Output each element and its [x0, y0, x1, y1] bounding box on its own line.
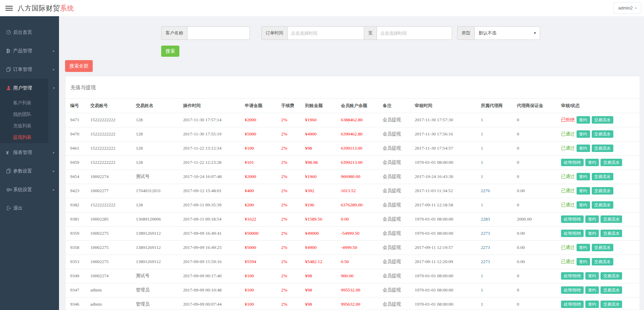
- action-button[interactable]: 交易流水: [592, 244, 613, 251]
- time-to-input[interactable]: [377, 26, 452, 40]
- sidebar-subitem[interactable]: 客户列表: [0, 97, 59, 109]
- cell-receive-amount: ¥1960: [305, 170, 341, 184]
- action-button[interactable]: 签约: [577, 201, 590, 209]
- action-button[interactable]: 交易流水: [592, 201, 613, 209]
- sidebar-item-params[interactable]: 参数设置▸: [0, 162, 59, 180]
- sidebar-subitem[interactable]: 提现列表: [0, 132, 59, 143]
- action-button[interactable]: 签约: [585, 230, 599, 237]
- action-button[interactable]: 签约: [577, 258, 590, 265]
- cell-agent[interactable]: 2273: [481, 255, 517, 269]
- cell-agent: 1: [481, 198, 517, 212]
- action-button[interactable]: 签约: [577, 187, 590, 195]
- sidebar-item-yen[interactable]: ¥报表管理▸: [0, 143, 59, 162]
- action-button[interactable]: 交易流水: [601, 301, 622, 308]
- cell-agent[interactable]: 1: [481, 155, 517, 170]
- chevron-right-icon: ▸: [53, 169, 55, 173]
- action-button[interactable]: 交易流水: [601, 230, 622, 237]
- sidebar-section: ¥报表管理▸: [0, 143, 59, 162]
- search-button[interactable]: 搜索: [161, 46, 179, 57]
- cell-agent[interactable]: 2273: [481, 240, 517, 255]
- cell-receive-amount: ¥4900: [305, 240, 341, 255]
- cell-remark: 会员提现: [383, 184, 415, 198]
- sidebar-item-bitcoin[interactable]: ₿产品管理▸: [0, 42, 59, 60]
- cell-op-time: 2017-11-22 12:23:28: [183, 155, 245, 170]
- cell-receive-amount: ¥392: [305, 184, 341, 198]
- cell-account: 15222222222: [90, 198, 136, 212]
- user-menu[interactable]: admin2 ▾: [614, 2, 641, 14]
- cell-agent[interactable]: 1: [481, 283, 517, 297]
- search-all-button[interactable]: 搜索全部: [65, 60, 93, 72]
- app-title: 八方国际财贸系统: [18, 4, 74, 13]
- cell-agent[interactable]: 1: [481, 269, 517, 283]
- action-button[interactable]: 交易流水: [592, 173, 613, 180]
- cell-remark: 会员提现: [383, 283, 415, 297]
- cell-agent[interactable]: 2283: [481, 212, 517, 226]
- sidebar-section: 后台首页: [0, 23, 59, 42]
- action-button[interactable]: 处理/拒绝: [561, 272, 584, 280]
- action-button[interactable]: 交易流水: [601, 286, 622, 294]
- action-button[interactable]: 处理/拒绝: [561, 286, 584, 294]
- cell-status: 已通过签约交易流水: [561, 198, 640, 212]
- status-badge: 已通过: [561, 202, 575, 207]
- action-button[interactable]: 交易流水: [601, 159, 622, 166]
- action-button[interactable]: 签约: [585, 159, 599, 166]
- hamburger-menu-icon[interactable]: [5, 5, 13, 12]
- cell-op-time: 2017-11-30 17:55:19: [183, 127, 245, 141]
- yen-icon: ¥: [6, 150, 13, 155]
- chevron-right-icon: ▸: [53, 151, 55, 154]
- sidebar-item-logout[interactable]: 退出: [0, 199, 59, 217]
- action-button[interactable]: 交易流水: [601, 215, 622, 223]
- sidebar-item-users[interactable]: 用户管理▾: [0, 79, 59, 97]
- sidebar-subitem[interactable]: 我的团队: [0, 109, 59, 120]
- action-button[interactable]: 签约: [577, 145, 590, 152]
- action-button[interactable]: 处理/拒绝: [561, 301, 584, 308]
- action-button[interactable]: 处理/拒绝: [561, 230, 584, 237]
- action-button[interactable]: 签约: [577, 173, 590, 180]
- sidebar-item-label: 退出: [13, 205, 23, 211]
- action-button[interactable]: 处理/拒绝: [561, 215, 584, 223]
- action-button[interactable]: 交易流水: [592, 258, 613, 265]
- sidebar-item-dashboard[interactable]: 后台首页: [0, 23, 59, 42]
- customer-name-input[interactable]: [187, 26, 250, 40]
- cell-name: 13891269112: [136, 226, 183, 240]
- action-button[interactable]: 交易流水: [592, 187, 613, 195]
- cell-receive-amount: ¥98: [305, 269, 341, 283]
- cell-op-time: 2017-09-09 16:49:41: [183, 226, 245, 240]
- cell-status: 处理/拒绝签约交易流水: [561, 297, 640, 310]
- cell-agent[interactable]: 2276: [481, 184, 517, 198]
- action-button[interactable]: 签约: [585, 301, 599, 308]
- action-button[interactable]: 交易流水: [592, 116, 613, 124]
- sidebar-item-orders[interactable]: 订单管理▸: [0, 60, 59, 79]
- action-button[interactable]: 交易流水: [592, 130, 613, 138]
- action-button[interactable]: 交易流水: [601, 272, 622, 280]
- cell-id: 9454: [65, 170, 90, 184]
- action-button[interactable]: 签约: [577, 130, 590, 138]
- action-button[interactable]: 交易流水: [592, 145, 613, 152]
- time-from-input[interactable]: [287, 26, 364, 40]
- action-button[interactable]: 签约: [577, 116, 590, 124]
- sidebar-subitem[interactable]: 充值列表: [0, 120, 59, 132]
- cell-remark: 会员提现: [383, 226, 415, 240]
- cell-id: 9359: [65, 226, 90, 240]
- sidebar-item-label: 报表管理: [13, 150, 32, 156]
- cell-agent[interactable]: 2273: [481, 226, 517, 240]
- action-button[interactable]: 签约: [585, 272, 599, 280]
- action-button[interactable]: 签约: [585, 215, 599, 223]
- cell-op-time: 2017-09-09 16:49:25: [183, 240, 245, 255]
- action-button[interactable]: 签约: [577, 244, 590, 251]
- action-button[interactable]: 签约: [585, 286, 599, 294]
- sidebar-item-settings[interactable]: ⚙⚙系统设置▸: [0, 180, 59, 199]
- table-row: 9471152222222221282017-11-30 17:57:14¥20…: [65, 113, 640, 127]
- cell-name: 128: [136, 141, 183, 155]
- cell-member-balance: 6399113.00: [341, 141, 383, 155]
- cell-agent[interactable]: 1: [481, 297, 517, 310]
- cell-agent-deposit: 0.00: [517, 184, 561, 198]
- cell-member-balance: 1013.52: [341, 184, 383, 198]
- action-button[interactable]: 处理/拒绝: [561, 159, 584, 166]
- cell-receive-amount: ¥98: [305, 283, 341, 297]
- type-select[interactable]: 默认不选 ▼: [474, 26, 540, 40]
- cell-fee: 2%: [281, 184, 305, 198]
- cell-agent-deposit: 0: [517, 283, 561, 297]
- cell-fee: 2%: [281, 155, 305, 170]
- cell-apply-amount: ¥50000: [245, 226, 281, 240]
